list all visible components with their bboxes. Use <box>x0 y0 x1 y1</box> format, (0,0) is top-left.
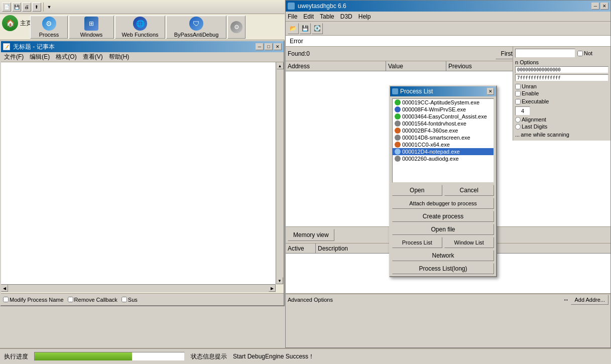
process-list-button[interactable]: Process List <box>392 237 442 248</box>
open-button[interactable]: Open <box>392 185 442 196</box>
modal-title: Process List <box>400 88 433 95</box>
window-list-button[interactable]: Window List <box>444 237 495 248</box>
modal-titlebar: Process List ✕ <box>390 86 496 96</box>
process-item-selected[interactable]: 000012D4-notepad.exe <box>393 148 494 155</box>
process-item[interactable]: 000019CC-AptitudeSystem.exe <box>393 99 494 106</box>
attach-debugger-button[interactable]: Attach debugger to process <box>392 198 494 209</box>
modal-close-button[interactable]: ✕ <box>487 88 494 95</box>
network-button[interactable]: Network <box>392 250 494 261</box>
modal-overlay: Process List ✕ 000019CC-AptitudeSystem.e… <box>0 0 611 364</box>
process-list-long-button[interactable]: Process List(long) <box>392 263 494 274</box>
process-item[interactable]: 00001CC0-x64.exe <box>393 141 494 148</box>
process-list-modal: Process List ✕ 000019CC-AptitudeSystem.e… <box>389 85 497 277</box>
process-item[interactable]: 00003464-EasyControl_Assist.exe <box>393 113 494 120</box>
process-item[interactable]: 000002BF4-360se.exe <box>393 127 494 134</box>
cancel-button[interactable]: Cancel <box>444 185 495 196</box>
process-item[interactable]: 000014D8-smartscreen.exe <box>393 134 494 141</box>
process-item[interactable]: 000008F4-WmiPrvSE.exe <box>393 106 494 113</box>
modal-content: 000019CC-AptitudeSystem.exe 000008F4-Wmi… <box>390 96 496 276</box>
create-process-button[interactable]: Create process <box>392 211 494 222</box>
process-listbox[interactable]: 000019CC-AptitudeSystem.exe 000008F4-Wmi… <box>392 98 494 183</box>
process-item[interactable]: 00001564-fontdrvhost.exe <box>393 120 494 127</box>
process-item[interactable]: 00002260-audiodg.exe <box>393 155 494 162</box>
open-file-button[interactable]: Open file <box>392 224 494 235</box>
